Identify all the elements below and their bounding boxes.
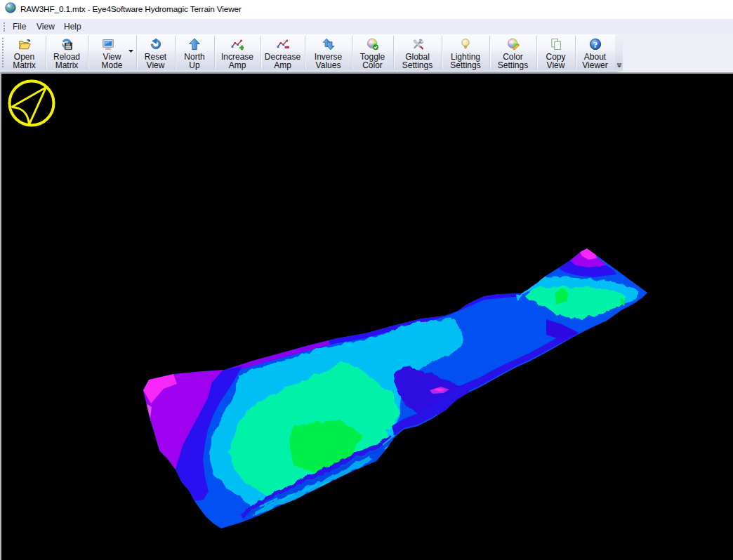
svg-text:?: ? (593, 39, 597, 50)
